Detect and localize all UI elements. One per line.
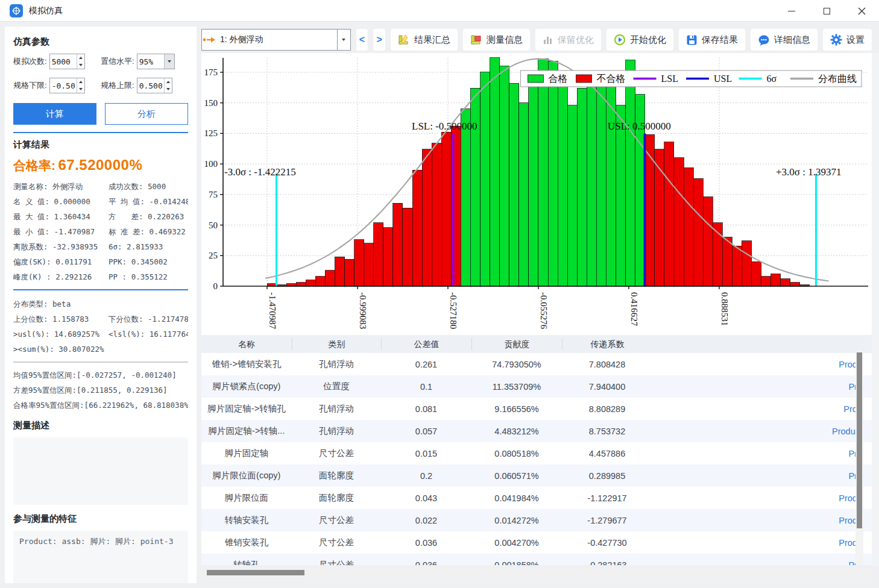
prev-measurement-button[interactable]: <	[356, 29, 368, 51]
table-row[interactable]: 脚片限位面面轮廓度0.0430.041984%-1.122917Produ	[201, 487, 872, 509]
result-summary-button[interactable]: 结果汇总	[391, 29, 458, 51]
vertical-scrollbar-thumb[interactable]	[857, 352, 862, 528]
details-button[interactable]: 详细信息	[751, 29, 818, 51]
stat-item: 分布类型: beta	[13, 296, 188, 311]
table-cell: 4.483212%	[471, 427, 562, 436]
lower-spec-stepper[interactable]	[49, 78, 85, 93]
next-measurement-button[interactable]: >	[373, 29, 385, 51]
table-row[interactable]: 脚片固定轴->转轴...孔销浮动0.0574.483212%8.753732Pr…	[201, 420, 872, 442]
table-row[interactable]: 脚片限位面(copy)面轮廓度0.20.060571%0.289985Pro	[201, 464, 872, 487]
confidence-interval-line: 合格率95%置信区间:[66.221962%, 68.818038%]	[13, 398, 188, 413]
table-header-row: 名称类别公差值贡献度传递系数	[201, 335, 872, 353]
save-result-button[interactable]: 保存结果	[679, 29, 745, 51]
column-header[interactable]: 名称	[201, 338, 292, 350]
upper-spec-stepper[interactable]	[137, 78, 172, 93]
product-link[interactable]: Pro	[652, 382, 872, 392]
spinner-arrows-icon[interactable]	[77, 54, 84, 69]
stat-item: 最 小 值: -1.470987	[13, 224, 109, 239]
column-header[interactable]: 贡献度	[471, 338, 562, 350]
features-heading: 参与测量的特征	[13, 513, 188, 525]
sim-count-input[interactable]	[50, 54, 77, 69]
settings-icon	[830, 34, 842, 46]
product-link[interactable]: Pro	[652, 560, 872, 566]
product-link[interactable]: Pro	[652, 449, 872, 458]
confidence-intervals: 均值95%置信区间:[-0.027257, -0.001240]方差95%置信区…	[13, 367, 188, 413]
svg-text:0.888531: 0.888531	[720, 292, 729, 326]
results-heading: 计算结果	[13, 139, 188, 151]
results-stats: 测量名称: 外侧浮动成功次数: 5000名 义 值: 0.000000平 均 值…	[13, 179, 188, 284]
column-header[interactable]: 公差值	[381, 338, 471, 350]
product-link[interactable]: Produ	[652, 538, 872, 548]
compute-button[interactable]: 计算	[13, 103, 96, 125]
measure-info-button[interactable]: 测量信息	[463, 29, 530, 51]
settings-button[interactable]: 设置	[823, 29, 872, 51]
svg-text:-0.527180: -0.527180	[449, 292, 458, 329]
spinner-arrows-icon[interactable]	[77, 78, 84, 93]
table-cell: 0.1	[381, 382, 471, 392]
product-link[interactable]: Produ	[652, 516, 872, 525]
stat-item: >usl(%): 14.689257%	[13, 327, 109, 342]
confidence-select[interactable]	[137, 54, 175, 69]
table-row[interactable]: 脚片固定轴->转轴孔孔销浮动0.0819.166556%8.808289Prod	[201, 398, 872, 420]
table-cell: 0.080518%	[471, 449, 562, 458]
product-link[interactable]: Prod	[652, 404, 872, 414]
start-optimize-icon	[614, 34, 626, 46]
lower-spec-label: 规格下限:	[13, 80, 47, 91]
table-cell: 4.457886	[562, 449, 652, 458]
table-cell: 孔销浮动	[292, 358, 381, 370]
measure-info-icon	[470, 34, 482, 45]
table-row[interactable]: 脚片固定轴尺寸公差0.0150.080518%4.457886Pro	[201, 442, 872, 464]
analyze-button[interactable]: 分析	[105, 103, 188, 125]
horizontal-scrollbar[interactable]	[201, 568, 872, 577]
measurement-selector[interactable]: 1: 外侧浮动	[201, 29, 351, 51]
table-row[interactable]: 脚片锁紧点(copy)位置度0.111.353709%7.940400Pro	[201, 375, 872, 398]
table-row[interactable]: 转轴孔尺寸公差0.0360.001858%-0.282163Pro	[201, 554, 872, 565]
histogram-chart: 0255075100125150175-1.470987-0.999083-0.…	[201, 53, 872, 335]
horizontal-scrollbar-thumb[interactable]	[207, 570, 304, 575]
minimize-button[interactable]	[774, 0, 809, 22]
product-link[interactable]: Pro	[652, 471, 872, 481]
vertical-scrollbar[interactable]	[855, 351, 863, 565]
window-title: 模拟仿真	[29, 5, 63, 16]
chevron-down-icon[interactable]	[337, 30, 350, 50]
app-logo-icon	[10, 4, 23, 17]
table-row[interactable]: 转轴安装孔尺寸公差0.0220.014272%-1.279677Produ	[201, 509, 872, 531]
params-heading: 仿真参数	[13, 36, 188, 48]
chart-annotation: LSL: -0.500000	[412, 120, 477, 132]
product-link[interactable]: Product	[652, 427, 872, 436]
keep-optimize-button[interactable]: 保留优化	[535, 29, 601, 51]
close-button[interactable]	[844, 0, 879, 22]
measured-features-box[interactable]: Product: assb: 脚片: 脚片: point-3	[13, 531, 188, 583]
table-cell: 8.808289	[562, 404, 652, 414]
svg-text:0.416627: 0.416627	[629, 292, 639, 327]
column-header[interactable]: 传递系数	[562, 338, 652, 350]
pass-rate-value: 67.520000%	[58, 157, 142, 173]
sim-count-stepper[interactable]	[49, 54, 85, 69]
measurement-description-box[interactable]	[13, 437, 188, 505]
column-header[interactable]	[652, 338, 872, 350]
column-header[interactable]: 类别	[292, 338, 381, 350]
confidence-value[interactable]	[137, 54, 164, 69]
upper-spec-input[interactable]	[137, 78, 164, 93]
sim-count-label: 模拟次数:	[13, 56, 47, 67]
table-row[interactable]: 锥销->锥销安装孔孔销浮动0.26174.793050%7.808428Prod…	[201, 353, 872, 375]
product-link[interactable]: Produ	[652, 493, 872, 503]
table-cell: 0.015	[381, 449, 471, 458]
svg-text:-0.999083: -0.999083	[358, 292, 368, 329]
table-cell: -0.282163	[562, 560, 652, 566]
chevron-down-icon[interactable]	[164, 54, 174, 69]
start-optimize-button[interactable]: 开始优化	[606, 29, 673, 51]
product-link[interactable]: Produ	[652, 360, 872, 369]
result-summary-icon	[398, 34, 410, 45]
stat-item: PPK: 0.345002	[109, 254, 188, 269]
table-row[interactable]: 锥销安装孔尺寸公差0.0360.004270%-0.427730Produ	[201, 531, 872, 554]
table-cell: -1.122917	[562, 493, 652, 503]
maximize-button[interactable]	[809, 0, 844, 22]
table-cell: 脚片固定轴->转轴...	[201, 425, 292, 437]
lower-spec-input[interactable]	[50, 78, 77, 93]
spinner-arrows-icon[interactable]	[164, 78, 172, 93]
table-cell: 尺寸公差	[292, 537, 381, 548]
table-cell: 7.808428	[562, 360, 652, 369]
histogram-panel: 0255075100125150175-1.470987-0.999083-0.…	[201, 53, 872, 335]
table-cell: 位置度	[292, 381, 381, 392]
